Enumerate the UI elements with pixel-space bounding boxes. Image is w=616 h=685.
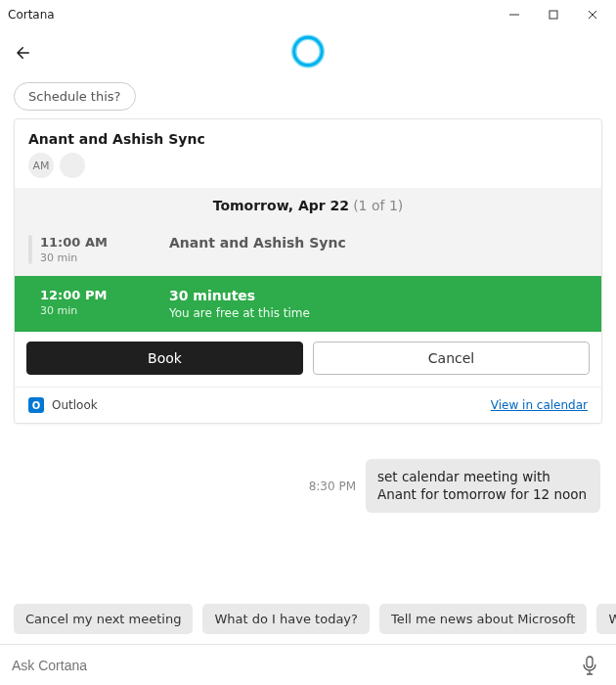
time-slot-existing[interactable]: 11:00 AM 30 min Anant and Ashish Sync [15,223,601,276]
user-message-row: 8:30 PM set calendar meeting with Anant … [14,459,602,513]
suggestion-chip[interactable]: Cancel my next meeting [14,604,193,634]
slot-body: Anant and Ashish Sync [169,235,588,264]
avatar [60,153,85,178]
suggestion-chip[interactable]: What do I have today? [202,604,370,634]
suggestion-chip[interactable]: What do I have next? [596,604,616,634]
date-main: Tomorrow, Apr 22 [213,198,349,213]
view-in-calendar-link[interactable]: View in calendar [491,398,588,412]
slot-time: 11:00 AM 30 min [40,235,130,264]
message-timestamp: 8:30 PM [309,480,356,493]
card-footer: O Outlook View in calendar [15,387,601,423]
cortana-logo-icon [289,33,327,73]
titlebar: Cortana [0,0,616,29]
avatar: AM [28,153,54,178]
card-footer-app: Outlook [52,398,491,412]
input-bar [0,644,616,685]
card-header: Anant and Ashish Sync AM [15,119,601,188]
card-button-row: Book Cancel [15,332,601,387]
slot-start: 11:00 AM [40,235,130,250]
svg-rect-3 [587,657,593,667]
date-count: (1 of 1) [353,198,403,213]
slot-duration: 30 min [40,251,130,264]
back-button[interactable] [10,39,37,67]
window-title: Cortana [8,8,495,22]
maximize-button[interactable] [534,1,573,28]
time-slot-proposed[interactable]: 12:00 PM 30 min 30 minutes You are free … [15,276,601,332]
chat-area: Schedule this? Anant and Ashish Sync AM … [0,76,616,604]
cancel-button[interactable]: Cancel [313,342,590,375]
meeting-title: Anant and Ashish Sync [28,131,588,147]
user-message-bubble: set calendar meeting with Anant for tomo… [366,459,600,513]
schedule-suggestion-chip[interactable]: Schedule this? [14,82,136,111]
svg-rect-0 [550,11,557,19]
svg-point-2 [294,37,323,66]
slot-time: 12:00 PM 30 min [40,288,130,320]
meeting-card: Anant and Ashish Sync AM Tomorrow, Apr 2… [14,118,602,424]
slot-duration: 30 min [40,304,130,317]
date-band: Tomorrow, Apr 22 (1 of 1) [15,188,601,223]
close-button[interactable] [573,1,612,28]
avatar-row: AM [28,153,588,178]
ask-cortana-input[interactable] [12,658,575,673]
outlook-icon: O [28,397,44,413]
suggestion-chip[interactable]: Tell me news about Microsoft [379,604,587,634]
slot-title: Anant and Ashish Sync [169,235,588,251]
book-button[interactable]: Book [26,342,303,375]
slot-title: 30 minutes [169,288,588,303]
slot-subtitle: You are free at this time [169,306,588,320]
slot-start: 12:00 PM [40,288,130,302]
slot-body: 30 minutes You are free at this time [169,288,588,320]
microphone-icon[interactable] [575,651,604,680]
header [0,29,616,76]
minimize-button[interactable] [495,1,534,28]
suggestion-row: Cancel my next meeting What do I have to… [0,604,616,644]
